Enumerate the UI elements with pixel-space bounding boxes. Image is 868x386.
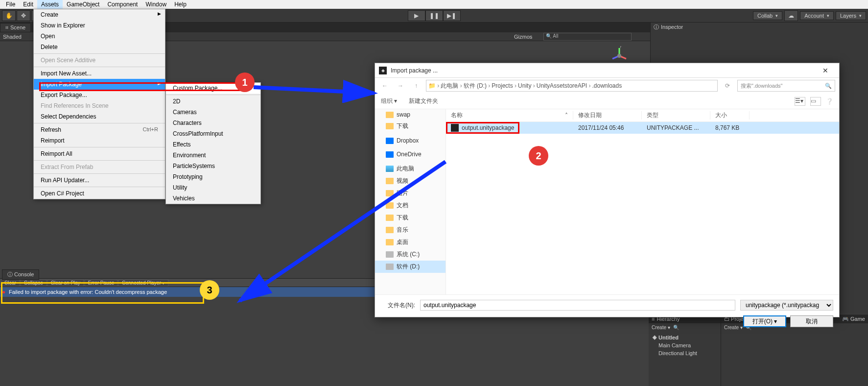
shaded-dropdown[interactable]: Shaded: [3, 34, 22, 40]
submenu-effects[interactable]: Effects: [166, 139, 260, 150]
tree-desktop[interactable]: 桌面: [375, 236, 446, 248]
dialog-search-input[interactable]: 搜索".downloads"🔍: [737, 80, 835, 92]
step-button-icon[interactable]: ▶❚: [443, 10, 461, 21]
pause-button-icon[interactable]: ❚❚: [425, 10, 443, 21]
menu-open-csharp-project[interactable]: Open C# Project: [34, 188, 165, 199]
console-connected-player[interactable]: Connected Player ▾: [118, 279, 168, 287]
svg-text:y: y: [620, 46, 622, 48]
nav-back-icon[interactable]: ←: [379, 82, 391, 89]
tree-videos[interactable]: 视频: [375, 175, 446, 187]
hierarchy-main-camera[interactable]: Main Camera: [653, 341, 717, 349]
menu-reimport-all[interactable]: Reimport All: [34, 148, 165, 159]
gizmos-dropdown[interactable]: Gizmos: [514, 34, 532, 40]
filetype-filter[interactable]: unitypackage (*.unitypackag: [740, 300, 833, 311]
menu-file[interactable]: File: [2, 0, 19, 9]
view-options-icon[interactable]: ☰▾: [795, 97, 805, 106]
help-icon[interactable]: ❔: [826, 98, 833, 105]
console-clear[interactable]: Clear: [1, 279, 20, 287]
menu-import-new-asset[interactable]: Import New Asset...: [34, 68, 165, 79]
file-list: 名称˄ 修改日期 类型 大小 output.unitypackage 2017/…: [446, 109, 839, 294]
submenu-cameras[interactable]: Cameras: [166, 107, 260, 118]
dialog-title-text: Import package ...: [391, 67, 438, 74]
menu-import-package[interactable]: Import Package: [34, 79, 165, 90]
submenu-characters[interactable]: Characters: [166, 118, 260, 128]
dialog-toolbar: 组织 ▾ 新建文件夹 ☰▾ ▭ ❔: [375, 94, 839, 109]
cancel-button[interactable]: 取消: [790, 315, 833, 327]
menu-find-references: Find References In Scene: [34, 100, 165, 111]
account-dropdown[interactable]: Account: [800, 11, 834, 20]
console-clear-on-play[interactable]: Clear on Play: [47, 279, 84, 287]
menu-open-scene-additive: Open Scene Additive: [34, 55, 165, 66]
menu-window[interactable]: Window: [141, 0, 170, 9]
tree-documents[interactable]: 文档: [375, 199, 446, 212]
nav-forward-icon[interactable]: →: [395, 82, 406, 89]
game-tab[interactable]: 🎮 Game: [842, 316, 865, 322]
organize-dropdown[interactable]: 组织 ▾: [381, 97, 397, 105]
console-error-pause[interactable]: Error Pause: [85, 279, 117, 287]
tree-dropbox[interactable]: Dropbox: [375, 135, 446, 146]
menu-gameobject[interactable]: GameObject: [63, 0, 103, 9]
submenu-environment[interactable]: Environment: [166, 150, 260, 161]
layers-dropdown[interactable]: Layers: [836, 11, 866, 20]
menu-refresh[interactable]: RefreshCtrl+R: [34, 124, 165, 135]
menu-component[interactable]: Component: [103, 0, 141, 9]
inspector-tab[interactable]: ⓘ Inspector: [651, 23, 868, 31]
menu-run-api-updater[interactable]: Run API Updater...: [34, 175, 165, 186]
play-button-icon[interactable]: ▶: [408, 10, 425, 21]
submenu-2d[interactable]: 2D: [166, 96, 260, 107]
tree-this-pc[interactable]: 此电脑: [375, 163, 446, 175]
submenu-crossplatforminput[interactable]: CrossPlatformInput: [166, 128, 260, 139]
tree-pictures[interactable]: 图片: [375, 187, 446, 199]
folder-tree[interactable]: swap 下载 Dropbox OneDrive 此电脑 视频 图片 文档 下载…: [375, 109, 446, 294]
dialog-titlebar[interactable]: ◈ Import package ... ✕: [375, 63, 839, 78]
scene-search-input[interactable]: 🔍 All: [543, 33, 632, 41]
hierarchy-scene[interactable]: ◈ Untitled: [653, 333, 717, 341]
menu-help[interactable]: Help: [170, 0, 190, 9]
submenu-vehicles[interactable]: Vehicles: [166, 193, 260, 204]
col-size[interactable]: 大小: [710, 111, 750, 120]
preview-pane-icon[interactable]: ▭: [810, 97, 821, 106]
submenu-prototyping[interactable]: Prototyping: [166, 171, 260, 182]
col-type[interactable]: 类型: [642, 111, 710, 120]
move-tool-icon[interactable]: ✥: [17, 10, 30, 21]
console-tab[interactable]: ⓘ Console: [2, 269, 39, 280]
hand-tool-icon[interactable]: ✋: [2, 10, 16, 21]
console-collapse[interactable]: Collapse: [21, 279, 47, 287]
breadcrumb[interactable]: 📁 此电脑 软件 (D:) Projects Unity UnityAssets…: [426, 80, 718, 92]
menu-open[interactable]: Open: [34, 31, 165, 42]
nav-up-icon[interactable]: ↑: [410, 82, 422, 89]
submenu-utility[interactable]: Utility: [166, 182, 260, 193]
cloud-icon[interactable]: ☁: [784, 10, 798, 21]
file-row-output[interactable]: output.unitypackage 2017/11/24 05:46 UNI…: [446, 122, 839, 134]
menu-edit[interactable]: Edit: [19, 0, 37, 9]
open-button[interactable]: 打开(O) ▾: [743, 315, 786, 327]
menu-reimport[interactable]: Reimport: [34, 135, 165, 146]
refresh-icon[interactable]: ⟳: [722, 82, 733, 89]
col-name[interactable]: 名称˄: [446, 111, 573, 120]
scene-tab[interactable]: ⌗ Scene: [0, 23, 31, 32]
tree-drive-d[interactable]: 软件 (D:): [375, 261, 446, 273]
new-folder-button[interactable]: 新建文件夹: [409, 97, 438, 105]
filename-input[interactable]: [420, 300, 735, 311]
menubar: File Edit Assets GameObject Component Wi…: [0, 0, 868, 9]
list-header[interactable]: 名称˄ 修改日期 类型 大小: [446, 109, 839, 122]
col-date[interactable]: 修改日期: [573, 111, 642, 120]
menu-create[interactable]: Create: [34, 9, 165, 20]
tree-onedrive[interactable]: OneDrive: [375, 149, 446, 160]
menu-show-in-explorer[interactable]: Show in Explorer: [34, 20, 165, 31]
tree-downloads-quick[interactable]: 下载: [375, 120, 446, 132]
menu-assets[interactable]: Assets: [37, 0, 63, 9]
close-icon[interactable]: ✕: [816, 67, 835, 74]
menu-select-dependencies[interactable]: Select Dependencies: [34, 111, 165, 122]
tree-drive-c[interactable]: 系统 (C:): [375, 248, 446, 261]
tree-swap[interactable]: swap: [375, 109, 446, 120]
submenu-particlesystems[interactable]: ParticleSystems: [166, 161, 260, 171]
menu-delete[interactable]: Delete: [34, 42, 165, 52]
tree-downloads[interactable]: 下载: [375, 212, 446, 224]
assets-dropdown-menu: Create Show in Explorer Open Delete Open…: [33, 9, 165, 199]
tree-music[interactable]: 音乐: [375, 224, 446, 236]
collab-dropdown[interactable]: Collab: [753, 11, 782, 20]
menu-export-package[interactable]: Export Package...: [34, 90, 165, 100]
hierarchy-directional-light[interactable]: Directional Light: [653, 349, 717, 357]
menu-extract-from-prefab: Extract From Prefab: [34, 162, 165, 172]
